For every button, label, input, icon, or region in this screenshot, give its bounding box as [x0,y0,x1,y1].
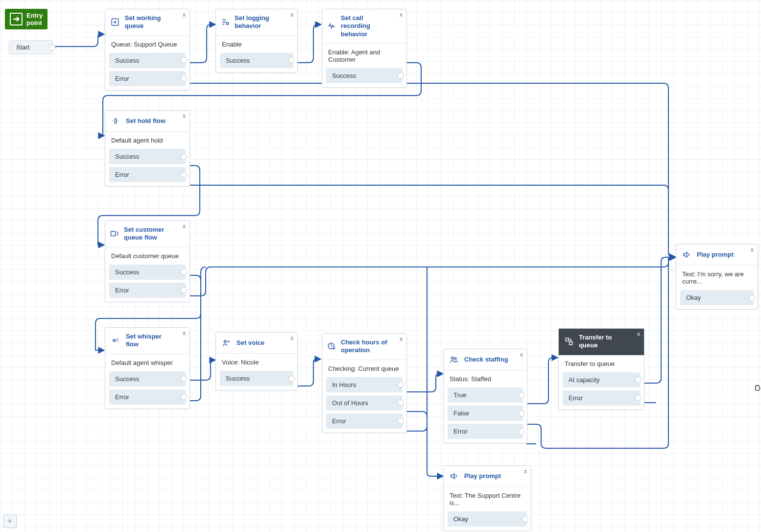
close-icon[interactable]: x [520,351,523,359]
output-port[interactable] [398,73,404,79]
output-port[interactable] [288,57,295,64]
node-transfer-to-queue[interactable]: Transfer to queue x Transfer to queue At… [558,328,644,410]
output-port[interactable] [398,382,404,388]
node-set-logging-behavior[interactable]: Set logging behavior x Enable Success [215,9,298,73]
node-header[interactable]: Set hold flow x [105,111,190,132]
close-icon[interactable]: x [183,330,186,337]
branch-error[interactable]: Error [448,424,523,439]
node-header[interactable]: Set whisper flow x [105,328,190,354]
branch-in-hours[interactable]: In Hours [326,377,403,392]
output-port[interactable] [181,376,187,382]
waveform-icon [327,21,336,31]
close-icon[interactable]: x [524,468,527,475]
branch-error[interactable]: Error [109,283,186,298]
output-port[interactable] [749,294,755,301]
branch-success[interactable]: Success [220,371,293,386]
branch-label: True [453,391,466,399]
branch-success[interactable]: Success [109,149,186,164]
node-set-working-queue[interactable]: Set working queue x Queue: Support Queue… [105,9,190,91]
branch-okay[interactable]: Okay [680,290,754,305]
branch-success[interactable]: Success [109,53,186,68]
branch-error[interactable]: Error [109,71,186,86]
node-play-prompt-closed[interactable]: Play prompt x Text: The Support Centre i… [443,465,531,531]
node-set-voice[interactable]: Set voice x Voice: Nicole Success [215,332,298,390]
node-set-call-recording-behavior[interactable]: Set call recording behavior x Enable: Ag… [322,9,407,88]
close-icon[interactable]: x [400,11,403,19]
node-header[interactable]: Play prompt x [676,244,758,266]
clock-check-icon [327,341,336,352]
node-header[interactable]: Play prompt x [444,466,531,487]
branch-label: Okay [453,515,468,523]
node-check-hours-of-operation[interactable]: Check hours of operation x Checking: Cur… [322,333,407,433]
close-icon[interactable]: x [183,11,186,19]
output-port[interactable] [635,395,642,401]
branch-success[interactable]: Success [326,68,403,83]
branch-at-capacity[interactable]: At capacity [563,372,640,387]
entry-point[interactable]: ➔ Entry point [5,9,48,29]
branch-label: Error [453,428,468,435]
output-port[interactable] [181,171,187,178]
node-set-hold-flow[interactable]: Set hold flow x Default agent hold Succe… [105,110,190,187]
close-icon[interactable]: x [637,331,640,338]
output-port[interactable] [181,57,187,64]
close-icon[interactable]: x [183,223,186,230]
node-header[interactable]: Set voice x [216,333,297,354]
output-port[interactable] [181,153,187,160]
branch-success[interactable]: Success [109,371,186,387]
node-header[interactable]: Check hours of operation x [322,334,406,360]
node-body: Default agent whisper [105,354,190,371]
branch-error[interactable]: Error [109,167,186,182]
output-port[interactable] [181,269,187,275]
output-port[interactable] [522,516,528,522]
branch-out-of-hours[interactable]: Out of Hours [326,395,403,411]
branch-error[interactable]: Error [563,390,640,406]
output-port[interactable] [288,375,295,382]
output-port[interactable] [398,400,404,406]
node-play-prompt-sorry[interactable]: Play prompt x Text: I'm sorry, we are cu… [676,244,758,310]
node-body: Checking: Current queue [322,360,406,377]
output-port[interactable] [181,287,187,293]
output-port[interactable] [635,377,642,383]
node-header[interactable]: Check staffing x [444,349,527,370]
branch-error[interactable]: Error [109,389,186,405]
close-icon[interactable]: x [290,11,293,19]
node-header[interactable]: Set customer queue flow x [105,221,190,247]
close-icon[interactable]: x [183,113,186,120]
close-icon[interactable]: x [400,336,403,343]
branch-false[interactable]: False [448,406,523,421]
queue-add-icon [110,17,120,27]
close-icon[interactable]: x [290,335,293,342]
branch-error[interactable]: Error [326,413,403,429]
branch-success[interactable]: Success [220,53,293,68]
branch-label: Success [226,375,250,382]
branch-true[interactable]: True [448,387,523,403]
branch-success[interactable]: Success [109,265,186,280]
output-port[interactable] [518,428,524,435]
branch-okay[interactable]: Okay [448,511,527,527]
start-node[interactable]: Start [9,40,53,54]
node-set-customer-queue-flow[interactable]: Set customer queue flow x Default custom… [105,220,190,302]
node-set-whisper-flow[interactable]: Set whisper flow x Default agent whisper… [105,327,190,409]
output-port[interactable] [49,44,55,50]
output-port[interactable] [518,392,524,398]
output-port[interactable] [181,394,187,400]
add-block-button[interactable]: + [3,514,17,528]
node-header[interactable]: Set call recording behavior x [322,9,406,44]
speaker-icon [449,471,459,482]
node-header[interactable]: Set working queue x [105,9,190,36]
node-title: Set voice [237,339,264,347]
svg-rect-8 [566,339,569,341]
output-port[interactable] [181,75,187,82]
branch-label: Error [115,287,129,294]
node-check-staffing[interactable]: Check staffing x Status: Staffed True Fa… [443,349,527,443]
node-header[interactable]: Transfer to queue x [559,329,644,355]
svg-point-6 [452,357,454,360]
node-header[interactable]: Set logging behavior x [216,9,297,36]
output-port[interactable] [518,410,524,416]
branch-label: In Hours [332,381,356,388]
node-title: Set call recording behavior [341,14,393,38]
node-body: Transfer to queue [559,355,644,372]
svg-point-4 [224,340,227,343]
output-port[interactable] [398,418,404,424]
close-icon[interactable]: x [751,246,754,254]
